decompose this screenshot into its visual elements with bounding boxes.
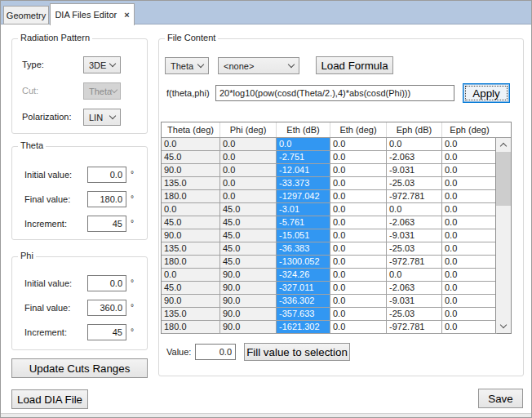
table-cell[interactable]: 90.0	[162, 229, 220, 242]
phi-final-input[interactable]	[87, 300, 126, 316]
table-cell[interactable]: 0.0	[442, 177, 497, 190]
table-cell[interactable]: 0.0	[330, 177, 387, 190]
column-header[interactable]: Eth (dB)	[277, 122, 330, 137]
table-cell[interactable]: -336.302	[277, 295, 330, 308]
table-cell[interactable]: -2.063	[387, 282, 442, 295]
table-cell[interactable]: -357.633	[277, 308, 330, 321]
table-cell[interactable]: 0.0	[330, 295, 387, 308]
table-cell[interactable]: -2.063	[387, 151, 442, 164]
table-cell[interactable]: 0.0	[442, 229, 497, 242]
table-cell[interactable]: 90.0	[162, 164, 220, 177]
table-cell[interactable]: 90.0	[220, 269, 277, 282]
table-cell[interactable]: 0.0	[442, 164, 497, 177]
fill-value-to-selection-button[interactable]: Fill value to selection	[244, 343, 350, 361]
table-cell[interactable]: -1621.302	[277, 321, 330, 334]
table-cell[interactable]: 45.0	[162, 151, 220, 164]
table-cell[interactable]: 90.0	[220, 321, 277, 334]
tab-close-icon[interactable]: ×	[124, 11, 129, 19]
table-cell[interactable]: 0.0	[220, 164, 277, 177]
table-cell[interactable]: 0.0	[220, 138, 277, 151]
table-cell[interactable]: 45.0	[220, 229, 277, 242]
save-button[interactable]: Save	[478, 389, 523, 408]
table-cell[interactable]: 0.0	[442, 190, 497, 203]
table-cell[interactable]: 0.0	[442, 295, 497, 308]
formula-input[interactable]	[215, 85, 454, 101]
table-cell[interactable]: -3.01	[277, 203, 330, 216]
table-cell[interactable]: 45.0	[220, 203, 277, 216]
table-cell[interactable]: -972.781	[387, 190, 442, 203]
type-select[interactable]: 3DE	[83, 56, 121, 73]
table-cell[interactable]: 90.0	[220, 295, 277, 308]
table-cell[interactable]: 0.0	[330, 216, 387, 229]
table-cell[interactable]: 0.0	[330, 151, 387, 164]
table-cell[interactable]: 0.0	[220, 151, 277, 164]
polarization-select[interactable]: LIN	[83, 109, 121, 126]
table-cell[interactable]: 45.0	[162, 282, 220, 295]
phi-increment-input[interactable]	[87, 324, 126, 340]
table-cell[interactable]: 180.0	[162, 190, 220, 203]
table-cell[interactable]: 0.0	[442, 269, 497, 282]
tab-dia-files-editor[interactable]: DIA Files Editor ×	[50, 3, 135, 25]
table-cell[interactable]: -33.373	[277, 177, 330, 190]
table-cell[interactable]: 45.0	[220, 216, 277, 229]
table-cell[interactable]: 0.0	[330, 203, 387, 216]
table-cell[interactable]: -2.063	[387, 216, 442, 229]
load-formula-button[interactable]: Load Formula	[316, 56, 393, 74]
scrollbar-thumb[interactable]	[496, 152, 511, 206]
table-cell[interactable]: 0.0	[387, 203, 442, 216]
table-cell[interactable]: 90.0	[162, 295, 220, 308]
table-cell[interactable]: 0.0	[220, 190, 277, 203]
load-dia-file-button[interactable]: Load DIA File	[11, 389, 88, 409]
scroll-up-button[interactable]	[496, 138, 511, 152]
table-cell[interactable]: 45.0	[220, 242, 277, 256]
table-cell[interactable]: 0.0	[162, 203, 220, 216]
update-cuts-ranges-button[interactable]: Update Cuts Ranges	[11, 358, 148, 378]
table-cell[interactable]: 0.0	[277, 138, 330, 151]
theta-initial-input[interactable]	[87, 167, 126, 183]
table-cell[interactable]: -9.031	[387, 295, 442, 308]
theta-final-input[interactable]	[87, 191, 126, 207]
apply-button[interactable]: Apply	[463, 83, 510, 103]
table-cell[interactable]: -9.031	[387, 164, 442, 177]
column-header[interactable]: Phi (deg)	[220, 122, 277, 137]
table-cell[interactable]: -36.383	[277, 242, 330, 256]
table-cell[interactable]: 0.0	[442, 321, 497, 334]
table-cell[interactable]: 45.0	[162, 216, 220, 229]
table-cell[interactable]: 0.0	[330, 256, 387, 269]
table-cell[interactable]: 0.0	[162, 269, 220, 282]
table-cell[interactable]: -25.03	[387, 308, 442, 321]
table-cell[interactable]: 0.0	[330, 190, 387, 203]
component-select[interactable]: Theta	[165, 57, 209, 74]
table-cell[interactable]: 0.0	[330, 138, 387, 151]
table-cell[interactable]: -327.011	[277, 282, 330, 295]
table-cell[interactable]: 0.0	[330, 321, 387, 334]
column-header[interactable]: Eph (dB)	[387, 122, 442, 137]
table-cell[interactable]: 0.0	[442, 256, 497, 269]
table-cell[interactable]: -9.031	[387, 229, 442, 242]
table-cell[interactable]: -25.03	[387, 242, 442, 256]
table-cell[interactable]: 135.0	[162, 242, 220, 256]
table-cell[interactable]: 0.0	[442, 151, 497, 164]
table-cell[interactable]: 0.0	[330, 164, 387, 177]
table-cell[interactable]: 90.0	[220, 282, 277, 295]
table-cell[interactable]: 0.0	[162, 138, 220, 151]
table-cell[interactable]: -2.751	[277, 151, 330, 164]
table-cell[interactable]: 0.0	[330, 242, 387, 256]
table-cell[interactable]: 90.0	[220, 308, 277, 321]
fill-value-input[interactable]	[195, 344, 236, 360]
table-cell[interactable]: 0.0	[330, 282, 387, 295]
table-cell[interactable]: 0.0	[387, 269, 442, 282]
table-cell[interactable]: 0.0	[330, 308, 387, 321]
table-cell[interactable]: 0.0	[387, 138, 442, 151]
table-cell[interactable]: 0.0	[442, 203, 497, 216]
scroll-down-button[interactable]	[496, 319, 511, 333]
table-cell[interactable]: 0.0	[442, 282, 497, 295]
table-cell[interactable]: -25.03	[387, 177, 442, 190]
column-header[interactable]: Eth (deg)	[330, 122, 387, 137]
table-cell[interactable]: 0.0	[330, 269, 387, 282]
vertical-scrollbar[interactable]	[495, 138, 511, 333]
column-header[interactable]: Theta (deg)	[162, 122, 220, 137]
table-cell[interactable]: -972.781	[387, 256, 442, 269]
formula-preset-select[interactable]: <none>	[218, 57, 299, 74]
table-cell[interactable]: 0.0	[442, 242, 497, 256]
